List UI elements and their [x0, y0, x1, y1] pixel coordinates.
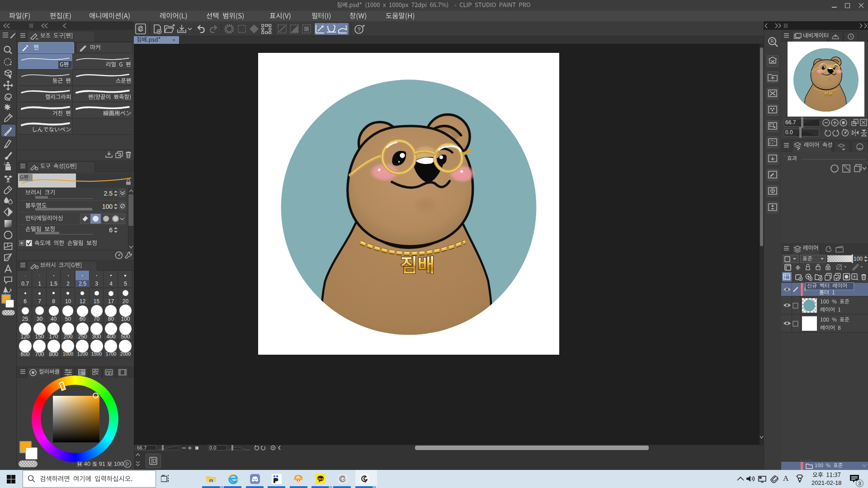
svg-text:R: R: [770, 39, 774, 44]
svg-text:TALK: TALK: [318, 478, 324, 480]
svg-text:?: ?: [357, 26, 360, 33]
